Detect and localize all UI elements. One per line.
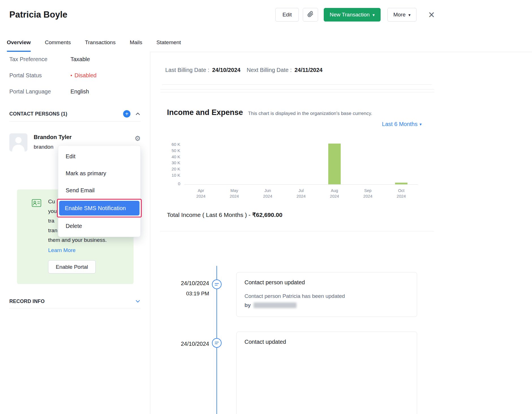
paperclip-icon bbox=[307, 11, 314, 19]
close-icon[interactable]: × bbox=[428, 9, 435, 20]
chevron-down-icon[interactable] bbox=[135, 298, 141, 304]
chart-bar bbox=[395, 183, 407, 184]
chart-column bbox=[218, 144, 251, 184]
tab-comments[interactable]: Comments bbox=[45, 39, 71, 52]
header-actions: Edit New Transaction ▾ More ▾ × bbox=[275, 8, 435, 22]
contact-persons-title: CONTACT PERSONS (1) bbox=[9, 111, 123, 117]
timeline-node-icon bbox=[212, 338, 222, 348]
menu-item-mark-as-primary[interactable]: Mark as primary bbox=[58, 165, 140, 182]
annotation-highlight-box: Enable SMS Notification bbox=[57, 199, 142, 217]
timeline-node-icon bbox=[212, 279, 222, 289]
edit-button[interactable]: Edit bbox=[275, 8, 299, 22]
timeline-card-title: Contact person updated bbox=[244, 279, 409, 286]
new-transaction-button[interactable]: New Transaction ▾ bbox=[324, 8, 381, 22]
timeline-date: 24/10/2024 bbox=[161, 341, 209, 347]
detail-fields: Tax Preference Taxable Portal Status •Di… bbox=[9, 52, 150, 95]
status-badge: •Disabled bbox=[70, 72, 96, 79]
chart-column bbox=[351, 144, 385, 184]
learn-more-link[interactable]: Learn More bbox=[48, 246, 76, 255]
x-tick-label: Aug2024 bbox=[318, 188, 351, 199]
timeline-date: 24/10/2024 03:19 PM bbox=[161, 280, 209, 297]
tab-mails[interactable]: Mails bbox=[130, 39, 142, 52]
caret-down-icon: ▾ bbox=[372, 13, 375, 17]
menu-item-delete[interactable]: Delete bbox=[58, 217, 140, 234]
field-label: Tax Preference bbox=[9, 56, 70, 63]
chart-column bbox=[385, 144, 418, 184]
last-billing-value: 24/10/2024 bbox=[212, 67, 241, 73]
tab-overview[interactable]: Overview bbox=[7, 39, 31, 52]
more-label: More bbox=[393, 12, 406, 18]
tab-transactions[interactable]: Transactions bbox=[85, 39, 115, 52]
next-billing-label: Next Billing Date : bbox=[247, 67, 292, 73]
y-tick-label: 10 K bbox=[164, 173, 180, 177]
range-selector[interactable]: Last 6 Months ▾ bbox=[382, 121, 422, 127]
y-tick-label: 40 K bbox=[164, 155, 180, 159]
field-portal-status: Portal Status •Disabled bbox=[9, 72, 150, 79]
total-income-label: Total Income ( Last 6 Months ) - bbox=[167, 212, 252, 218]
caret-down-icon: ▾ bbox=[408, 13, 411, 17]
field-value: Disabled bbox=[74, 72, 96, 78]
chart-column bbox=[284, 144, 318, 184]
chart-column bbox=[318, 144, 351, 184]
billing-dates: Last Billing Date : 24/10/2024 Next Bill… bbox=[165, 67, 323, 73]
divider bbox=[160, 92, 434, 92]
x-tick-label: Sep2024 bbox=[351, 188, 385, 199]
menu-item-edit[interactable]: Edit bbox=[58, 148, 140, 165]
timeline-card: Contact person updated Contact person Pa… bbox=[236, 272, 417, 317]
income-expense-header: Income and Expense This chart is display… bbox=[167, 108, 372, 117]
field-value: Taxable bbox=[70, 56, 90, 63]
timeline-time-value: 03:19 PM bbox=[161, 291, 209, 297]
sidebar: Tax Preference Taxable Portal Status •Di… bbox=[0, 52, 150, 414]
divider bbox=[160, 231, 434, 231]
add-contact-person-button[interactable]: + bbox=[123, 110, 130, 118]
chart-plot-wrap: Apr2024May2024Jun2024Jul2024Aug2024Sep20… bbox=[184, 144, 418, 199]
y-tick-label: 0 bbox=[164, 182, 180, 186]
attachment-button[interactable] bbox=[303, 8, 318, 22]
caret-down-icon: ▾ bbox=[419, 122, 422, 126]
contact-name: Brandon Tyler bbox=[34, 134, 72, 140]
page-title: Patricia Boyle bbox=[9, 10, 275, 20]
tab-statement[interactable]: Statement bbox=[156, 39, 181, 52]
enable-portal-button[interactable]: Enable Portal bbox=[48, 260, 96, 274]
content: Tax Preference Taxable Portal Status •Di… bbox=[0, 52, 532, 414]
field-label: Portal Status bbox=[9, 72, 70, 79]
field-value: English bbox=[70, 88, 89, 95]
chart-y-axis: 60 K50 K40 K30 K20 K10 K0 bbox=[164, 144, 184, 185]
menu-item-send-email[interactable]: Send Email bbox=[58, 182, 140, 199]
chevron-up-icon[interactable] bbox=[135, 111, 141, 117]
chart-plot bbox=[184, 144, 418, 185]
y-tick-label: 60 K bbox=[164, 142, 180, 146]
by-label: by bbox=[244, 302, 251, 308]
menu-item-enable-sms-notification[interactable]: Enable SMS Notification bbox=[59, 201, 140, 215]
record-info-header[interactable]: RECORD INFO bbox=[9, 298, 141, 304]
timeline-card-title: Contact updated bbox=[244, 339, 409, 345]
x-tick-label: Jun2024 bbox=[251, 188, 284, 199]
redacted-name bbox=[254, 302, 297, 308]
divider bbox=[9, 308, 141, 308]
timeline-card: Contact updated bbox=[236, 332, 417, 414]
field-label: Portal Language bbox=[9, 88, 70, 95]
x-tick-label: May2024 bbox=[218, 188, 251, 199]
more-button[interactable]: More ▾ bbox=[387, 8, 417, 22]
timeline-date-value: 24/10/2024 bbox=[161, 341, 209, 347]
chart-bar bbox=[328, 144, 341, 184]
field-portal-language: Portal Language English bbox=[9, 88, 150, 95]
chart-column bbox=[184, 144, 218, 184]
x-tick-label: Jul2024 bbox=[284, 188, 318, 199]
y-tick-label: 20 K bbox=[164, 167, 180, 171]
page-header: Patricia Boyle Edit New Transaction ▾ Mo… bbox=[0, 0, 532, 29]
timeline-card-by: by bbox=[244, 302, 409, 308]
range-label: Last 6 Months bbox=[382, 121, 418, 127]
total-income-value: ₹62,690.00 bbox=[252, 212, 282, 218]
contact-context-menu: Edit Mark as primary Send Email Enable S… bbox=[58, 145, 141, 237]
timeline-card-desc: Contact person Patricia has been updated bbox=[244, 293, 409, 299]
chart-x-labels: Apr2024May2024Jun2024Jul2024Aug2024Sep20… bbox=[184, 188, 418, 199]
record-info-title: RECORD INFO bbox=[9, 298, 135, 304]
gear-icon[interactable]: ⚙ bbox=[134, 135, 141, 142]
base-currency-note: This chart is displayed in the organizat… bbox=[248, 111, 372, 116]
divider bbox=[9, 121, 141, 121]
tab-bar: Overview Comments Transactions Mails Sta… bbox=[0, 29, 532, 52]
person-icon bbox=[9, 133, 27, 151]
divider bbox=[162, 84, 432, 85]
income-expense-title: Income and Expense bbox=[167, 108, 243, 117]
